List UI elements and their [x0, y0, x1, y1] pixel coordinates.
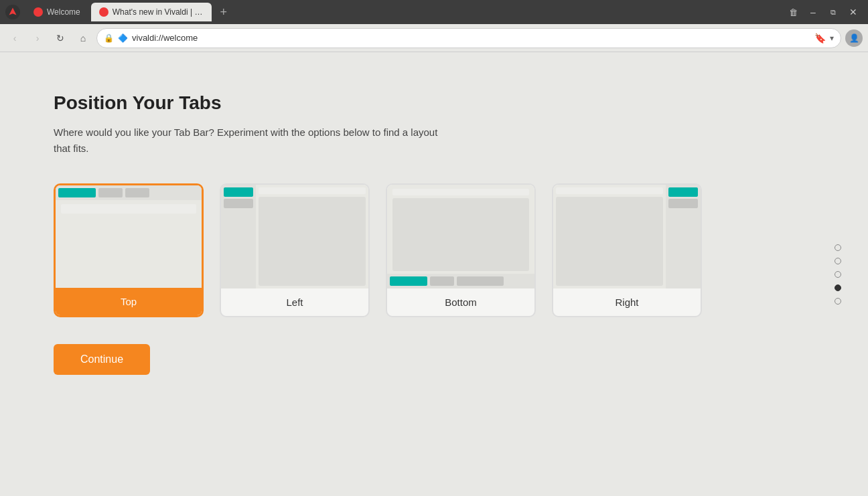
profile-button[interactable]: 👤 — [845, 29, 863, 47]
home-button[interactable]: ⌂ — [74, 29, 92, 48]
continue-button[interactable]: Continue — [54, 344, 150, 375]
side-tab-inactive1 — [224, 199, 253, 208]
bottom-preview — [387, 185, 534, 288]
dot-1[interactable] — [835, 258, 841, 264]
vivaldi-prefix: 🔷 — [118, 33, 128, 43]
dot-2[interactable] — [835, 271, 841, 278]
right-tab-inactive1 — [668, 199, 698, 208]
delete-button[interactable]: 🗑 — [784, 3, 802, 21]
delete-icon: 🗑 — [789, 7, 798, 17]
back-icon: ‹ — [13, 33, 17, 44]
option-top[interactable]: Top — [54, 183, 204, 317]
tab-preview-inactive2 — [125, 188, 149, 197]
tab-position-options: Top Left — [54, 183, 814, 317]
browser-frame: Welcome What's new in Vivaldi | Viv... +… — [0, 0, 868, 52]
plus-icon: + — [220, 5, 228, 19]
title-bar: Welcome What's new in Vivaldi | Viv... +… — [0, 0, 868, 24]
tab-preview-active — [58, 188, 96, 197]
dot-4[interactable] — [835, 298, 841, 305]
forward-button[interactable]: › — [28, 29, 47, 48]
bottom-tab-bar — [387, 274, 534, 288]
bottom-address — [392, 189, 529, 195]
option-bottom-label: Bottom — [387, 288, 534, 316]
restore-icon: ⧉ — [830, 8, 836, 17]
tab-label-whats-new: What's new in Vivaldi | Viv... — [113, 7, 204, 17]
app-logo — [5, 5, 20, 19]
dot-0[interactable] — [835, 244, 841, 251]
tab-label-welcome: Welcome — [47, 7, 80, 17]
bottom-content — [392, 198, 529, 271]
restore-button[interactable]: ⧉ — [824, 3, 843, 21]
option-bottom[interactable]: Bottom — [386, 183, 536, 317]
reload-button[interactable]: ↻ — [51, 29, 70, 48]
minimize-button[interactable]: – — [804, 3, 822, 21]
left-main-area — [256, 185, 368, 288]
bottom-tab-inactive1 — [430, 276, 454, 286]
tab-preview-inactive1 — [98, 188, 123, 197]
close-button[interactable]: ✕ — [844, 3, 863, 21]
left-content — [259, 197, 366, 286]
address-text: vivaldi://welcome — [132, 33, 810, 43]
new-tab-button[interactable]: + — [214, 3, 233, 21]
right-tab-bar — [666, 185, 701, 288]
option-left-label: Left — [221, 288, 368, 316]
tab-favicon-whats-new — [99, 7, 108, 17]
pagination-dots — [835, 244, 841, 305]
option-right-label: Right — [553, 288, 701, 316]
option-top-label: Top — [56, 288, 202, 315]
bottom-content-area — [387, 185, 534, 274]
nav-bar: ‹ › ↻ ⌂ 🔒 🔷 vivaldi://welcome 🔖 ▾ 👤 — [0, 24, 868, 52]
bottom-tab-active — [390, 276, 427, 286]
forward-icon: › — [36, 33, 40, 44]
back-button[interactable]: ‹ — [5, 29, 24, 48]
close-icon: ✕ — [849, 7, 857, 17]
left-tab-bar — [221, 185, 256, 288]
option-right[interactable]: Right — [552, 183, 702, 317]
right-tab-active — [668, 187, 698, 197]
bottom-tab-inactive2 — [457, 276, 504, 286]
top-tab-bar — [56, 185, 202, 200]
minimize-icon: – — [810, 7, 816, 17]
dropdown-icon[interactable]: ▾ — [830, 33, 834, 43]
page-content: Position Your Tabs Where would you like … — [0, 52, 868, 496]
bookmark-icon[interactable]: 🔖 — [814, 33, 826, 44]
tab-favicon-welcome — [33, 7, 43, 17]
security-icon: 🔒 — [104, 33, 114, 43]
address-bar[interactable]: 🔒 🔷 vivaldi://welcome 🔖 ▾ — [96, 28, 841, 48]
right-content — [556, 197, 663, 286]
tab-welcome[interactable]: Welcome — [25, 3, 88, 21]
right-main-area — [553, 185, 666, 288]
option-left[interactable]: Left — [220, 183, 370, 317]
right-preview — [553, 185, 701, 288]
home-icon: ⌂ — [80, 33, 86, 44]
address-preview — [61, 204, 196, 214]
left-preview — [221, 185, 368, 288]
window-controls: 🗑 – ⧉ ✕ — [784, 3, 863, 21]
right-address — [556, 187, 663, 194]
page-title: Position Your Tabs — [54, 92, 814, 114]
left-address — [259, 187, 366, 194]
tab-whats-new[interactable]: What's new in Vivaldi | Viv... — [91, 3, 212, 21]
dot-3[interactable] — [835, 284, 841, 291]
top-preview — [56, 185, 202, 288]
side-tab-active — [224, 187, 253, 197]
profile-icon: 👤 — [849, 33, 859, 43]
reload-icon: ↻ — [56, 33, 64, 44]
page-subtitle: Where would you like your Tab Bar? Exper… — [54, 125, 455, 157]
